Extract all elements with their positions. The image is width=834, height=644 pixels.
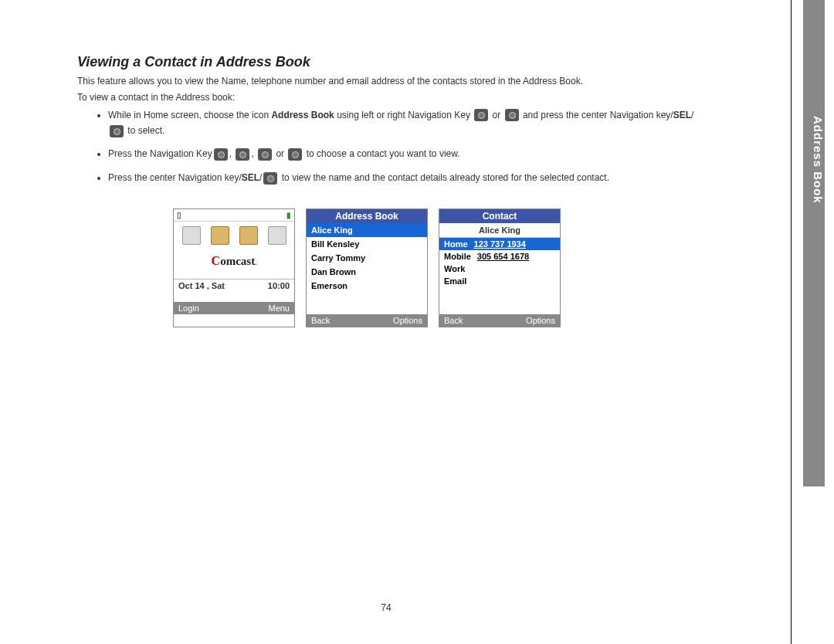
side-tab: Address Book	[791, 0, 834, 644]
contact-softbar: Back Options	[439, 314, 560, 327]
contact-row-email: Email	[439, 275, 560, 287]
step-3-slash: /	[259, 172, 262, 183]
section-title: Viewing a Contact in Address Book	[77, 54, 703, 70]
ab-item-2: Carry Tommy	[307, 251, 427, 265]
battery-icon: ▮	[286, 211, 291, 219]
contact-row-work: Work	[439, 263, 560, 275]
step-1-text-d: or	[490, 110, 503, 120]
nav-down-icon	[236, 148, 249, 161]
step-2-comma-2: ,	[251, 148, 256, 159]
step-3-text-a: Press the center Navigation key/	[108, 172, 242, 183]
step-2-comma-1: ,	[229, 148, 235, 159]
nav-center-icon	[110, 125, 124, 137]
home-icon-4	[268, 226, 286, 245]
contact-soft-left: Back	[444, 316, 463, 325]
step-3-sel: SEL	[242, 172, 259, 183]
contact-value-home: 123 737 1934	[474, 239, 526, 249]
contact-label-email: Email	[444, 276, 466, 286]
step-1-text-h: to select.	[125, 125, 164, 136]
step-2-or: or	[273, 148, 286, 159]
contact-title: Contact	[439, 209, 560, 223]
nav-right-icon-2	[288, 148, 302, 161]
ab-item-0: Alice King	[307, 223, 427, 237]
step-1-bold: Address Book	[271, 110, 334, 120]
side-tab-label: Address Book	[803, 116, 825, 204]
nav-center-icon-2	[263, 172, 277, 185]
home-icon-addressbook	[211, 226, 229, 245]
nav-left-icon	[474, 109, 488, 121]
home-soft-right: Menu	[268, 303, 290, 313]
signal-icon: ▯	[177, 211, 181, 219]
nav-right-icon	[505, 109, 519, 121]
home-icon-1	[182, 226, 201, 245]
ab-softbar: Back Options	[307, 314, 427, 327]
screen-home: ▯ ▮ Comcast. Oct 14 , Sat 10:00	[173, 208, 295, 327]
screens-row: ▯ ▮ Comcast. Oct 14 , Sat 10:00	[77, 208, 703, 327]
home-date-row: Oct 14 , Sat 10:00	[174, 279, 294, 292]
step-1-text-a: While in Home screen, choose the icon	[108, 110, 271, 120]
page-number: 74	[0, 602, 772, 613]
step-1-text-c: using left or right Navigation Key	[334, 110, 473, 120]
step-1-slash: /	[691, 110, 693, 120]
ab-item-1: Bill Kensley	[307, 237, 427, 251]
home-softbar: Login Menu	[174, 302, 294, 314]
step-1-sel: SEL	[673, 110, 691, 120]
home-icon-3	[239, 226, 258, 245]
contact-soft-right: Options	[526, 316, 555, 325]
ab-list: Alice King Bill Kensley Carry Tommy Dan …	[307, 223, 427, 314]
home-time: 10:00	[268, 281, 290, 290]
contact-label-mobile: Mobile	[444, 252, 471, 261]
home-status-bar: ▯ ▮	[174, 209, 294, 222]
contact-row-home: Home 123 737 1934	[439, 238, 560, 250]
contact-name: Alice King	[439, 223, 560, 238]
steps-list: While in Home screen, choose the icon Ad…	[77, 107, 703, 186]
screen-contact: Contact Alice King Home 123 737 1934 Mob…	[439, 208, 561, 327]
nav-up-icon	[214, 148, 228, 161]
side-tab-bg	[803, 0, 825, 486]
contact-body: Alice King Home 123 737 1934 Mobile 305 …	[439, 223, 560, 314]
ab-soft-right: Options	[393, 316, 422, 325]
intro-text-2: To view a contact in the Address book:	[77, 91, 703, 104]
contact-label-work: Work	[444, 264, 465, 273]
step-3: Press the center Navigation key/SEL/ to …	[108, 170, 703, 185]
page-content: Viewing a Contact in Address Book This f…	[0, 0, 772, 358]
home-icon-row	[174, 222, 294, 248]
contact-value-mobile: 305 654 1678	[477, 252, 529, 261]
home-brand: Comcast.	[174, 254, 294, 268]
intro-text-1: This feature allows you to view the Name…	[77, 75, 703, 88]
step-1-text-e: and press the center Navigation key/	[520, 110, 673, 120]
home-body: ▯ ▮ Comcast. Oct 14 , Sat 10:00	[174, 209, 294, 302]
step-2: Press the Navigation Key, , or to choose…	[108, 146, 703, 161]
ab-title: Address Book	[307, 209, 427, 223]
ab-soft-left: Back	[311, 316, 330, 325]
screen-address-book: Address Book Alice King Bill Kensley Car…	[306, 208, 428, 327]
brand-c: C	[212, 254, 221, 267]
step-1: While in Home screen, choose the icon Ad…	[108, 107, 703, 139]
home-date: Oct 14 , Sat	[178, 281, 225, 290]
step-2-text-a: Press the Navigation Key	[108, 148, 212, 159]
ab-item-4: Emerson	[307, 279, 427, 293]
step-3-text-d: to view the name and the contact details…	[279, 172, 609, 183]
nav-left-icon-2	[258, 148, 272, 161]
ab-item-3: Dan Brown	[307, 265, 427, 279]
contact-label-home: Home	[444, 239, 468, 249]
step-2-text-e: to choose a contact you want to view.	[303, 148, 459, 159]
contact-row-mobile: Mobile 305 654 1678	[439, 250, 560, 263]
home-soft-left: Login	[178, 303, 199, 313]
brand-rest: omcast	[220, 255, 255, 267]
